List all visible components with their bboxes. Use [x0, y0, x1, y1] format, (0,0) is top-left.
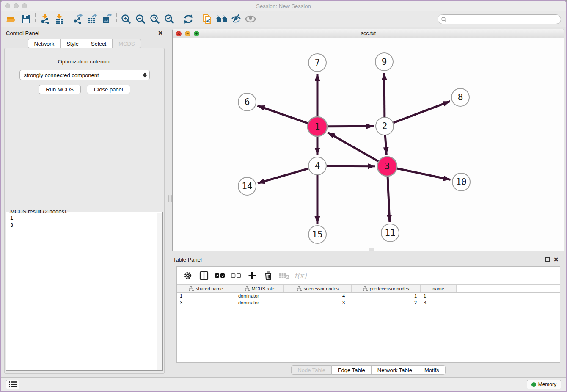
- zoom-fit-button[interactable]: [148, 13, 162, 25]
- column-visibility-button[interactable]: [198, 270, 210, 282]
- table-cell[interactable]: 4: [284, 293, 352, 299]
- function-builder-button[interactable]: f(x): [295, 270, 306, 282]
- duplicate-network-button[interactable]: [200, 13, 215, 25]
- add-column-button[interactable]: [246, 270, 258, 282]
- table-row[interactable]: 3dominator323: [177, 299, 560, 306]
- table-cell[interactable]: 1: [177, 293, 235, 299]
- memory-status-icon: [531, 382, 536, 387]
- eye-slash-icon: [231, 14, 242, 25]
- tab-mcds[interactable]: MCDS: [113, 39, 141, 48]
- task-history-button[interactable]: [6, 380, 19, 389]
- edge-3-10[interactable]: [397, 168, 450, 180]
- column-header-MCDS-role[interactable]: MCDS role: [235, 285, 284, 292]
- search-icon: [441, 17, 447, 22]
- double-home-icon: [215, 14, 228, 25]
- table-toolbar: f(x): [177, 267, 560, 284]
- search-field[interactable]: [438, 14, 561, 24]
- hide-selected-button[interactable]: [229, 13, 243, 25]
- network-minimize-button[interactable]: −: [185, 31, 190, 36]
- float-table-panel-icon[interactable]: [545, 257, 550, 262]
- column-header-shared-name[interactable]: shared name: [177, 285, 235, 292]
- edge-3-1[interactable]: [328, 133, 378, 161]
- network-maximize-button[interactable]: +: [194, 31, 199, 36]
- export-network-button[interactable]: [71, 13, 85, 25]
- network-graph[interactable]: 7968124314101511: [173, 38, 564, 251]
- column-header-predecessor-nodes[interactable]: predecessor nodes: [352, 285, 421, 292]
- table-cell[interactable]: 3: [284, 299, 352, 306]
- refresh-icon: [183, 14, 194, 25]
- edge-2-3[interactable]: [385, 135, 386, 155]
- result-scrollbar[interactable]: [157, 213, 162, 370]
- table-cell[interactable]: 1: [352, 293, 421, 299]
- fx-icon: f(x): [294, 271, 306, 280]
- close-panel-icon[interactable]: ✕: [158, 31, 163, 35]
- table-tab-edge-table[interactable]: Edge Table: [332, 365, 372, 375]
- table-tab-network-table[interactable]: Network Table: [372, 365, 418, 375]
- delete-columns-button[interactable]: [262, 270, 274, 282]
- open-folder-icon: [6, 14, 17, 25]
- node-table[interactable]: shared nameMCDS rolesuccessor nodesprede…: [177, 284, 560, 362]
- import-table-button[interactable]: [52, 13, 66, 25]
- open-file-button[interactable]: [4, 13, 19, 25]
- deselect-all-rows-button[interactable]: [230, 270, 242, 282]
- mcds-result-box: MCDS result (2 nodes) 1 3: [6, 212, 163, 371]
- delete-table-icon: [279, 272, 290, 279]
- zoom-in-button[interactable]: [119, 13, 133, 25]
- zoom-selected-button[interactable]: [162, 13, 176, 25]
- edge-4-3[interactable]: [327, 166, 375, 166]
- float-panel-icon[interactable]: [150, 31, 154, 35]
- edge-2-8[interactable]: [394, 101, 450, 123]
- refresh-layout-button[interactable]: [181, 13, 195, 25]
- edge-4-14[interactable]: [258, 168, 308, 183]
- zoom-out-button[interactable]: [133, 13, 148, 25]
- horizontal-divider-grip[interactable]: [369, 248, 374, 251]
- tab-style[interactable]: Style: [61, 39, 85, 48]
- split-pane-divider[interactable]: [168, 27, 172, 377]
- window-title: Session: New Session: [1, 3, 566, 9]
- edge-1-2[interactable]: [328, 126, 374, 127]
- select-all-rows-button[interactable]: [214, 270, 226, 282]
- table-cell[interactable]: 1: [421, 293, 457, 299]
- mcds-result-text[interactable]: 1 3: [7, 213, 157, 370]
- import-network-button[interactable]: [38, 13, 52, 25]
- table-cell[interactable]: 2: [352, 299, 421, 306]
- trash-icon: [264, 271, 272, 280]
- table-tab-node-table[interactable]: Node Table: [291, 365, 332, 375]
- save-session-button[interactable]: [19, 13, 33, 25]
- edge-1-6[interactable]: [258, 106, 308, 124]
- table-cell[interactable]: 3: [177, 299, 235, 306]
- tab-select[interactable]: Select: [85, 39, 113, 48]
- export-table-icon: [87, 14, 98, 25]
- table-row[interactable]: 1dominator411: [177, 293, 560, 299]
- toolbar-separator: [198, 13, 198, 25]
- memory-button[interactable]: Memory: [527, 380, 561, 389]
- show-all-button[interactable]: [243, 13, 258, 25]
- table-cell[interactable]: 3: [421, 299, 457, 306]
- tab-network[interactable]: Network: [28, 39, 61, 48]
- duplicate-network-icon: [202, 14, 213, 25]
- zoom-selected-icon: [164, 14, 175, 25]
- node-label-14: 14: [242, 181, 252, 191]
- export-table-button[interactable]: [85, 13, 100, 25]
- export-image-button[interactable]: [100, 13, 114, 25]
- network-close-button[interactable]: ✕: [176, 31, 182, 36]
- criterion-dropdown[interactable]: strongly connected component: [19, 70, 150, 80]
- column-header-successor-nodes[interactable]: successor nodes: [284, 285, 352, 292]
- divider-grip[interactable]: [168, 195, 172, 202]
- node-label-1: 1: [315, 121, 320, 132]
- network-window: ✕ − + scc.txt 7968124314101511: [172, 29, 564, 251]
- edge-3-11[interactable]: [388, 177, 390, 222]
- table-tab-motifs[interactable]: Motifs: [418, 365, 446, 375]
- table-settings-button[interactable]: [182, 270, 194, 282]
- close-panel-button[interactable]: Close panel: [87, 85, 130, 94]
- run-mcds-button[interactable]: Run MCDS: [39, 85, 81, 94]
- table-cell[interactable]: dominator: [235, 299, 284, 306]
- network-canvas[interactable]: 7968124314101511: [173, 38, 564, 251]
- close-table-panel-icon[interactable]: ✕: [553, 257, 559, 262]
- table-cell[interactable]: dominator: [235, 293, 284, 299]
- search-input[interactable]: [447, 16, 561, 23]
- first-neighbors-button[interactable]: [215, 13, 229, 25]
- column-header-name[interactable]: name: [421, 285, 457, 292]
- delete-table-button[interactable]: [278, 270, 290, 282]
- edge-2-9[interactable]: [384, 73, 385, 117]
